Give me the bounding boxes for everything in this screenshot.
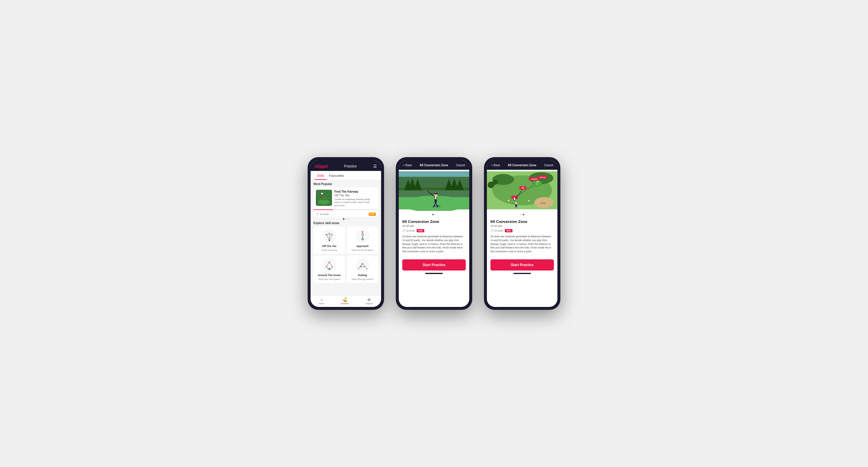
shots-count: 🕐 10 shots	[316, 213, 329, 215]
svg-point-84	[508, 200, 509, 201]
drill-title-3: 6ft Conversion Zone	[490, 220, 527, 224]
skill-sub-ott: Power accuracy	[321, 249, 337, 252]
skill-sub-approach: Dial-in to hit the green	[352, 249, 373, 252]
drill-map: SAND FAIRWAY	[487, 170, 557, 211]
activities-icon: ⛳	[342, 297, 347, 302]
drill-favourite-icon[interactable]: ♡	[463, 220, 466, 224]
svg-rect-55	[435, 196, 437, 199]
svg-point-27	[356, 259, 369, 272]
home-indicator	[425, 273, 443, 274]
start-practice-button-3[interactable]: Start Practice	[490, 259, 554, 270]
drill-title-group-3: 6ft Conversion Zone 10-50 yds	[490, 220, 527, 227]
phone-2-screen: < Back 6ft Conversion Zone Cancel	[399, 160, 469, 307]
tab-drills[interactable]: Drills	[315, 173, 327, 180]
drill-meta: 🕐 20 shots ARG	[402, 229, 466, 232]
dot-3-1	[520, 214, 522, 215]
svg-point-63	[492, 179, 497, 185]
skill-name-approach: Approach	[356, 245, 369, 247]
nav-home-label: Home	[319, 302, 324, 305]
phones-container: clippd Practice ☰ Drills Favourites Most…	[308, 157, 560, 310]
svg-rect-49	[434, 193, 437, 194]
svg-rect-2	[322, 194, 322, 200]
skill-putting[interactable]: Putting Make and lag practice	[347, 256, 378, 283]
drill-description: 20 shots are randomly generated at dista…	[402, 235, 466, 254]
phone-2-notch	[422, 157, 446, 159]
drill-shots-3: 🕐 20 shots	[490, 229, 503, 232]
svg-point-19	[362, 231, 363, 232]
drill-card-text: Find The Fairway Off The Tee Create an i…	[334, 190, 371, 207]
phone1-tabs: Drills Favourites	[311, 171, 381, 180]
nav-activities[interactable]: ⛳ Activities	[341, 297, 349, 305]
dot-3	[348, 218, 349, 220]
svg-point-85	[528, 200, 530, 201]
phone2-content: 6ft Conversion Zone 10-50 yds ♡ 🕐 20 sho…	[399, 170, 469, 307]
phone1-content: Most Popular	[311, 180, 381, 295]
nav-activities-label: Activities	[341, 302, 349, 305]
dot-1	[343, 218, 344, 220]
skill-name-ott: Off The Tee	[322, 245, 336, 247]
svg-text:ROUGH: ROUGH	[540, 176, 546, 178]
featured-drill-card[interactable]: Find The Fairway Off The Tee Create an i…	[313, 188, 378, 217]
drill-range-3: 10-50 yds	[490, 224, 527, 227]
svg-point-78	[522, 187, 524, 189]
drill-card-title: Find The Fairway	[334, 190, 371, 194]
skill-name-putting: Putting	[358, 274, 367, 277]
drill-thumbnail	[316, 190, 332, 206]
svg-text:SAND: SAND	[540, 202, 546, 204]
drill-image-dots	[399, 212, 469, 217]
drill-shots: 🕐 20 shots	[402, 229, 415, 232]
svg-rect-4	[316, 199, 317, 204]
skill-name-atg: Around The Green	[318, 274, 341, 277]
drill-card-subtitle: Off The Tee	[334, 194, 371, 197]
skill-off-the-tee[interactable]: Off The Tee Power accuracy	[313, 227, 345, 254]
drill-card-desc: Create an imaginary fairway using trees …	[334, 198, 371, 207]
phone-1: clippd Practice ☰ Drills Favourites Most…	[308, 157, 384, 310]
home-icon: ⌂	[320, 297, 322, 302]
svg-point-25	[329, 262, 330, 263]
svg-point-18	[362, 238, 363, 240]
svg-text:FAIRWAY: FAIRWAY	[531, 178, 538, 180]
svg-point-30	[366, 268, 368, 270]
arg-badge-3: ARG	[505, 229, 513, 232]
explore-title: Explore skill areas	[313, 222, 378, 225]
cancel-button-3[interactable]: Cancel	[544, 164, 553, 167]
carousel-dots	[313, 218, 378, 220]
phone-1-screen: clippd Practice ☰ Drills Favourites Most…	[311, 160, 381, 307]
tab-favourites[interactable]: Favourites	[327, 173, 346, 180]
phone1-header-title: Practice	[344, 164, 357, 168]
drill-header: 6ft Conversion Zone 10-50 yds ♡	[402, 220, 466, 227]
back-button-3[interactable]: < Back	[491, 164, 500, 167]
nav-capture-label: Capture	[366, 302, 373, 305]
favourite-icon[interactable]: ♡	[373, 190, 376, 193]
skill-around-the-green[interactable]: Around The Green Hone your short game	[313, 256, 345, 283]
svg-point-1	[318, 200, 329, 204]
phone3-header: < Back 6ft Conversion Zone Cancel	[487, 160, 557, 170]
dot-2	[345, 218, 347, 220]
drill-meta-3: 🕐 20 shots ARG	[490, 229, 554, 232]
drill-description-3: 20 shots are randomly generated at dista…	[490, 235, 554, 254]
svg-rect-45	[399, 197, 469, 209]
back-button[interactable]: < Back	[403, 164, 412, 167]
dot-3-2	[523, 214, 524, 215]
arg-badge: ARG	[417, 229, 424, 232]
drill-range: 10-50 yds	[402, 224, 439, 227]
drill-image-dots-3	[487, 212, 557, 217]
drill-info: 6ft Conversion Zone 10-50 yds ♡ 🕐 20 sho…	[399, 217, 469, 256]
cancel-button[interactable]: Cancel	[456, 164, 465, 167]
svg-point-29	[358, 268, 359, 270]
bottom-nav: ⌂ Home ⛳ Activities ⊕ Capture	[311, 295, 381, 307]
start-practice-button[interactable]: Start Practice	[402, 259, 466, 270]
nav-capture[interactable]: ⊕ Capture	[366, 297, 373, 305]
svg-point-76	[513, 198, 516, 200]
svg-point-77	[534, 184, 535, 186]
menu-icon[interactable]: ☰	[373, 164, 377, 169]
drill-header-3: 6ft Conversion Zone 10-50 yds ♡	[490, 220, 554, 227]
drill-favourite-icon-3[interactable]: ♡	[551, 220, 554, 224]
nav-home[interactable]: ⌂ Home	[319, 297, 324, 305]
drill-title: 6ft Conversion Zone	[402, 220, 439, 224]
phone-3: < Back 6ft Conversion Zone Cancel SAND	[484, 157, 560, 310]
svg-rect-66	[537, 181, 537, 184]
most-popular-title: Most Popular	[313, 182, 378, 186]
skills-grid: Off The Tee Power accuracy	[313, 227, 378, 283]
skill-approach[interactable]: Approach Dial-in to hit the green	[347, 227, 378, 254]
